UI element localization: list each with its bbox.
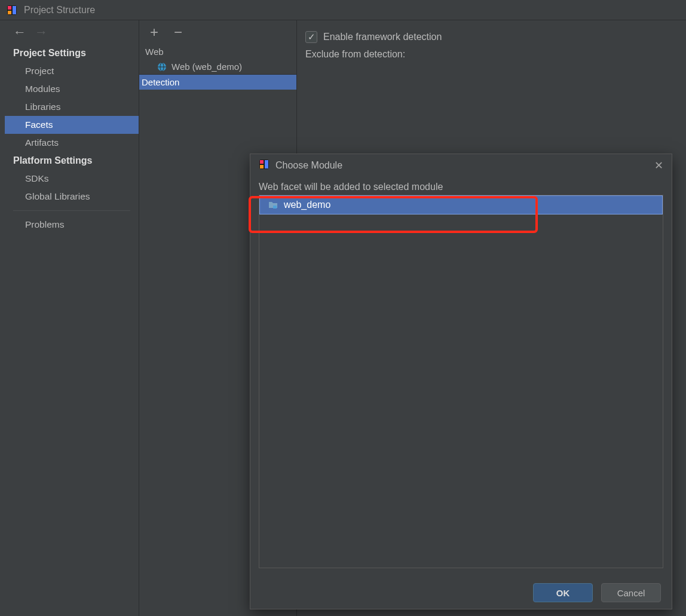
tree-item-web-demo[interactable]: Web (web_demo) <box>139 59 296 74</box>
ok-button-label: OK <box>556 588 570 598</box>
module-folder-icon <box>268 200 278 210</box>
exclude-label: Exclude from detection: <box>305 49 678 60</box>
titlebar: Project Structure <box>0 0 686 20</box>
tree-item-web-root[interactable]: Web <box>139 44 296 59</box>
dialog-title-text: Choose Module <box>275 160 342 171</box>
svg-rect-8 <box>260 160 264 164</box>
enable-detection-checkbox[interactable]: ✓ <box>305 31 317 43</box>
svg-rect-9 <box>260 165 264 168</box>
tree-label: Detection <box>142 77 179 87</box>
back-button[interactable]: ← <box>13 26 26 39</box>
choose-module-dialog: Choose Module ✕ Web facet will be added … <box>250 154 672 609</box>
ok-button[interactable]: OK <box>533 583 593 602</box>
sidebar-item-artifacts[interactable]: Artifacts <box>5 134 139 152</box>
section-platform-settings: Platform Settings <box>5 152 139 170</box>
sidebar-item-libraries[interactable]: Libraries <box>5 98 139 116</box>
tree-item-detection[interactable]: Detection <box>139 74 296 90</box>
intellij-icon <box>6 4 18 16</box>
sidebar-item-problems[interactable]: Problems <box>5 216 139 234</box>
facets-toolbar: + − <box>139 20 296 44</box>
cancel-button[interactable]: Cancel <box>601 583 661 602</box>
sidebar-separator <box>13 210 130 211</box>
sidebar-item-sdks[interactable]: SDKs <box>5 170 139 188</box>
window-title: Project Structure <box>24 5 95 16</box>
svg-rect-2 <box>8 11 11 14</box>
sidebar: ← → Project Settings Project Modules Lib… <box>5 20 139 616</box>
intellij-icon <box>259 159 270 172</box>
dialog-message: Web facet will be added to selected modu… <box>259 182 663 192</box>
dialog-titlebar: Choose Module ✕ <box>250 154 672 177</box>
module-item-label: web_demo <box>284 200 330 210</box>
sidebar-item-facets[interactable]: Facets <box>5 116 139 134</box>
close-icon[interactable]: ✕ <box>654 159 663 172</box>
remove-facet-button[interactable]: − <box>172 25 185 39</box>
svg-rect-10 <box>265 160 268 168</box>
tree-label: Web (web_demo) <box>172 62 242 72</box>
left-gutter <box>0 20 5 616</box>
module-list: web_demo <box>259 195 663 568</box>
sidebar-item-project[interactable]: Project <box>5 62 139 80</box>
dialog-buttons: OK Cancel <box>250 577 672 609</box>
enable-detection-row: ✓ Enable framework detection <box>305 31 678 43</box>
svg-rect-11 <box>273 206 277 209</box>
web-facet-icon <box>157 62 167 72</box>
sidebar-item-global-libraries[interactable]: Global Libraries <box>5 188 139 206</box>
forward-button[interactable]: → <box>35 26 48 39</box>
tree-label: Web <box>145 47 164 57</box>
section-project-settings: Project Settings <box>5 44 139 62</box>
dialog-body: Web facet will be added to selected modu… <box>250 177 672 577</box>
sidebar-item-modules[interactable]: Modules <box>5 80 139 98</box>
module-item-web-demo[interactable]: web_demo <box>259 195 663 214</box>
nav-arrows: ← → <box>5 20 139 44</box>
add-facet-button[interactable]: + <box>148 25 161 39</box>
svg-rect-3 <box>13 6 16 14</box>
svg-rect-1 <box>8 6 11 10</box>
enable-detection-label: Enable framework detection <box>323 32 442 42</box>
cancel-button-label: Cancel <box>617 588 645 598</box>
